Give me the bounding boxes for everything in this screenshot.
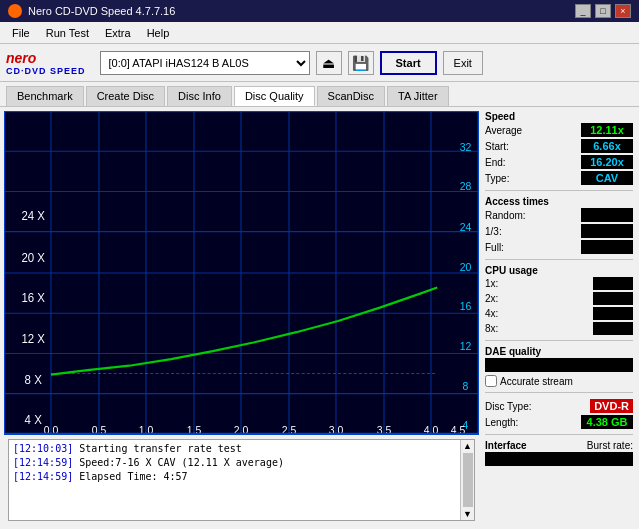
svg-text:24: 24 — [460, 220, 472, 232]
svg-text:16 X: 16 X — [21, 291, 45, 305]
svg-text:4 X: 4 X — [25, 412, 42, 426]
random-label: Random: — [485, 210, 526, 221]
start-value: 6.66x — [581, 139, 633, 153]
scroll-down-arrow[interactable]: ▼ — [463, 509, 472, 519]
speed-title: Speed — [485, 111, 633, 122]
menu-run-test[interactable]: Run Test — [38, 25, 97, 41]
accurate-stream-label: Accurate stream — [500, 376, 573, 387]
x8-label: 8x: — [485, 323, 498, 334]
svg-text:12: 12 — [460, 340, 472, 352]
tab-ta-jitter[interactable]: TA Jitter — [387, 86, 449, 106]
scroll-up-arrow[interactable]: ▲ — [463, 441, 472, 451]
graph-container: 4 X 8 X 12 X 16 X 20 X 24 X 4 8 12 16 20… — [4, 111, 479, 435]
svg-text:8: 8 — [463, 380, 469, 392]
drive-dropdown[interactable]: [0:0] ATAPI iHAS124 B AL0S — [100, 51, 310, 75]
tab-scan-disc[interactable]: ScanDisc — [317, 86, 385, 106]
scroll-thumb[interactable] — [463, 453, 473, 507]
exit-button[interactable]: Exit — [443, 51, 483, 75]
average-value: 12.11x — [581, 123, 633, 137]
minimize-button[interactable]: _ — [575, 4, 591, 18]
disc-info-section: Disc Type: DVD-R Length: 4.38 GB — [485, 398, 633, 429]
one-third-value — [581, 224, 633, 238]
one-third-label: 1/3: — [485, 226, 502, 237]
toolbar: nero CD·DVD SPEED [0:0] ATAPI iHAS124 B … — [0, 44, 639, 82]
interface-title: Interface — [485, 440, 527, 451]
svg-text:16: 16 — [460, 300, 472, 312]
type-label: Type: — [485, 173, 509, 184]
close-button[interactable]: × — [615, 4, 631, 18]
dae-quality-title: DAE quality — [485, 346, 633, 357]
x8-value — [593, 322, 633, 335]
access-times-section: Access times Random: 1/3: Full: — [485, 196, 633, 254]
access-times-title: Access times — [485, 196, 633, 207]
x2-label: 2x: — [485, 293, 498, 304]
menu-file[interactable]: File — [4, 25, 38, 41]
log-time-3: [12:14:59] — [13, 471, 73, 482]
tab-disc-quality[interactable]: Disc Quality — [234, 86, 315, 106]
interface-section: Interface Burst rate: — [485, 440, 633, 466]
x1-value — [593, 277, 633, 290]
log-line-3: [12:14:59] Elapsed Time: 4:57 — [13, 470, 470, 484]
x4-value — [593, 307, 633, 320]
svg-text:8 X: 8 X — [25, 372, 42, 386]
log-time-2: [12:14:59] — [13, 457, 73, 468]
app-icon — [8, 4, 22, 18]
log-content: [12:10:03] Starting transfer rate test [… — [9, 440, 474, 502]
disc-length-label: Length: — [485, 417, 518, 428]
end-label: End: — [485, 157, 506, 168]
x4-label: 4x: — [485, 308, 498, 319]
menu-extra[interactable]: Extra — [97, 25, 139, 41]
speed-section: Speed Average 12.11x Start: 6.66x End: 1… — [485, 111, 633, 185]
tab-disc-info[interactable]: Disc Info — [167, 86, 232, 106]
full-value — [581, 240, 633, 254]
svg-text:24 X: 24 X — [21, 209, 45, 223]
disc-type-value: DVD-R — [590, 399, 633, 413]
menu-help[interactable]: Help — [139, 25, 178, 41]
cpu-usage-title: CPU usage — [485, 265, 633, 276]
svg-text:32: 32 — [460, 141, 472, 153]
maximize-button[interactable]: □ — [595, 4, 611, 18]
tab-create-disc[interactable]: Create Disc — [86, 86, 165, 106]
x2-value — [593, 292, 633, 305]
average-label: Average — [485, 125, 522, 136]
burst-rate-label: Burst rate: — [587, 440, 633, 451]
log-line-1: [12:10:03] Starting transfer rate test — [13, 442, 470, 456]
accurate-stream-row: Accurate stream — [485, 375, 633, 387]
log-msg-3: Elapsed Time: 4:57 — [79, 471, 187, 482]
svg-text:12 X: 12 X — [21, 332, 45, 346]
start-label: Start: — [485, 141, 509, 152]
log-msg-1: Starting transfer rate test — [79, 443, 242, 454]
random-value — [581, 208, 633, 222]
nero-logo: nero CD·DVD SPEED — [6, 50, 86, 76]
chart-svg: 4 X 8 X 12 X 16 X 20 X 24 X 4 8 12 16 20… — [4, 111, 479, 435]
log-scrollbar[interactable]: ▲ ▼ — [460, 440, 474, 520]
log-line-2: [12:14:59] Speed:7-16 X CAV (12.11 X ave… — [13, 456, 470, 470]
type-value: CAV — [581, 171, 633, 185]
full-label: Full: — [485, 242, 504, 253]
cpu-usage-section: CPU usage 1x: 2x: 4x: — [485, 265, 633, 335]
accurate-stream-checkbox[interactable] — [485, 375, 497, 387]
right-panel: Speed Average 12.11x Start: 6.66x End: 1… — [479, 107, 639, 529]
title-bar: Nero CD-DVD Speed 4.7.7.16 _ □ × — [0, 0, 639, 22]
tab-benchmark[interactable]: Benchmark — [6, 86, 84, 106]
app-title: Nero CD-DVD Speed 4.7.7.16 — [28, 5, 175, 17]
x1-label: 1x: — [485, 278, 498, 289]
end-value: 16.20x — [581, 155, 633, 169]
save-icon-button[interactable]: 💾 — [348, 51, 374, 75]
log-msg-2: Speed:7-16 X CAV (12.11 X average) — [79, 457, 284, 468]
svg-text:20: 20 — [460, 260, 472, 272]
svg-text:20 X: 20 X — [21, 250, 45, 264]
eject-icon-button[interactable]: ⏏ — [316, 51, 342, 75]
disc-length-value: 4.38 GB — [581, 415, 633, 429]
disc-type-label: Disc Type: — [485, 401, 532, 412]
tab-bar: Benchmark Create Disc Disc Info Disc Qua… — [0, 82, 639, 107]
dae-quality-section: DAE quality Accurate stream — [485, 346, 633, 387]
graph-log-area: 4 X 8 X 12 X 16 X 20 X 24 X 4 8 12 16 20… — [0, 107, 479, 529]
log-time-1: [12:10:03] — [13, 443, 73, 454]
main-content: 4 X 8 X 12 X 16 X 20 X 24 X 4 8 12 16 20… — [0, 107, 639, 529]
app-window: Nero CD-DVD Speed 4.7.7.16 _ □ × File Ru… — [0, 0, 639, 529]
log-area: [12:10:03] Starting transfer rate test [… — [8, 439, 475, 521]
menu-bar: File Run Test Extra Help — [0, 22, 639, 44]
svg-text:28: 28 — [460, 180, 472, 192]
start-button[interactable]: Start — [380, 51, 437, 75]
